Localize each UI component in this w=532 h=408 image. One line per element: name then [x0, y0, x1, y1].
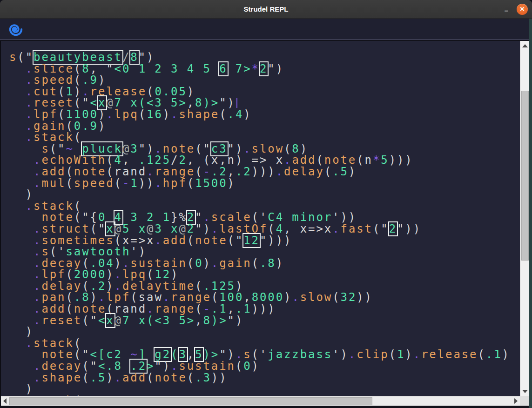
code-line: .echoWith(4, .125/2, (x,n) => x.add(note…: [9, 154, 521, 166]
code-token: (: [147, 371, 155, 384]
code-token: .: [292, 291, 300, 304]
scroll-right-arrow-icon[interactable]: [512, 397, 520, 405]
code-token: note: [195, 234, 227, 247]
code-line: ): [9, 383, 521, 395]
code-token: release: [421, 348, 478, 361]
code-token: "))): [260, 234, 292, 247]
code-token: gain: [219, 257, 251, 270]
code-line: .gain(0.9): [9, 120, 521, 132]
horizontal-scrollbar[interactable]: [1, 396, 520, 406]
code-token: (: [357, 154, 364, 167]
scroll-down-arrow-icon[interactable]: [520, 388, 530, 395]
code-token: 1: [397, 348, 405, 361]
minimize-button[interactable]: –: [501, 4, 512, 15]
code-token: jazzbass: [268, 348, 332, 361]
code-token: .: [171, 108, 179, 121]
code-token: 8)>: [203, 314, 227, 327]
active-token: x: [106, 314, 114, 327]
code-token: 0: [195, 257, 203, 270]
code-line: .decay("<.8 .2>").sustain(0): [9, 361, 521, 372]
code-token: ): [405, 348, 413, 361]
code-token: clip: [357, 348, 389, 361]
code-token: 32: [341, 291, 357, 304]
code-line: .s('sawtooth'): [9, 246, 521, 258]
code-token: (: [139, 108, 147, 121]
code-line: .cut(1).release(0.05): [9, 86, 521, 98]
code-token: )): [211, 371, 228, 384]
code-token: .: [34, 314, 41, 327]
code-line: .add(note(rand.range(-.1,.1))): [9, 303, 521, 315]
code-token: mul: [41, 177, 66, 190]
code-token: .3: [195, 371, 211, 384]
scrollbar-corner: [520, 396, 529, 406]
code-line: .add(note(rand.range(-.2,.2))).delay(.5): [9, 166, 521, 178]
code-token: 5: [381, 154, 389, 167]
code-token: 7>: [228, 62, 252, 75]
code-token: (: [478, 348, 485, 361]
code-token: ): [228, 177, 236, 190]
code-token: x: [147, 234, 155, 247]
close-button[interactable]: ✕: [517, 4, 528, 15]
code-line: .lpf(2000).lpq(12): [9, 269, 521, 281]
code-token: =>: [308, 222, 324, 235]
code-token: add: [122, 371, 147, 384]
titlebar[interactable]: Strudel REPL – ✕: [0, 0, 532, 19]
code-token: .1: [486, 348, 502, 361]
strudel-repl-window: Strudel REPL – ✕ s("beautybeast/8") .sli…: [0, 0, 532, 408]
code-token: n: [365, 154, 373, 167]
window-title: Strudel REPL: [0, 0, 532, 19]
code-token: .2: [236, 165, 252, 178]
code-token: fast: [341, 222, 373, 235]
down-triangle-icon: [522, 390, 528, 393]
vertical-scroll-thumb[interactable]: [521, 91, 529, 261]
code-token: .: [211, 257, 219, 270]
code-token: ): [349, 165, 357, 178]
code-token: (: [252, 257, 260, 270]
code-token: -: [122, 177, 130, 190]
code-token: @: [114, 314, 122, 327]
code-line: .decay(.04).sustain(0).gain(.8): [9, 258, 521, 269]
code-token: note: [155, 371, 187, 384]
code-token: .: [106, 108, 114, 121]
up-triangle-icon: [522, 44, 528, 47]
code-token: reset: [41, 314, 82, 327]
code-token: (: [106, 302, 114, 315]
code-token: (: [332, 291, 340, 304]
code-token: add: [163, 234, 187, 247]
code-token: ))): [252, 165, 276, 178]
code-token: x: [324, 222, 332, 235]
code-line: .mul(speed(-1)).hpf(1500): [9, 178, 521, 189]
vertical-scrollbar[interactable]: [520, 41, 529, 396]
left-triangle-icon: [3, 398, 7, 404]
code-editor[interactable]: s("beautybeast/8") .slice(8, "<0 1 2 3 4…: [1, 41, 521, 396]
code-token: .5: [90, 371, 107, 384]
strudel-logo-spiral-icon[interactable]: [9, 22, 23, 36]
text-cursor: [236, 98, 237, 108]
code-token: slow: [300, 291, 332, 304]
code-token: (: [66, 177, 74, 190]
code-token: .4: [228, 108, 244, 121]
horizontal-scroll-thumb[interactable]: [9, 397, 372, 405]
code-token: ): [243, 108, 251, 121]
scroll-up-arrow-icon[interactable]: [520, 42, 530, 49]
code-token: ))): [389, 154, 413, 167]
code-token: <0 1 2 3 4 5: [114, 62, 220, 75]
code-line: s("beautybeast/8"): [9, 52, 521, 63]
code-token: x: [300, 222, 308, 235]
code-token: *: [252, 62, 260, 75]
right-triangle-icon: [514, 398, 518, 404]
code-token: )): [357, 291, 373, 304]
code-line: s("~ pluck@3").note("c3").slow(8): [9, 143, 521, 155]
code-token: (: [187, 234, 195, 247]
scroll-left-arrow-icon[interactable]: [1, 397, 9, 405]
code-token: ): [98, 120, 106, 133]
code-line: .reset("<x@7 x(<3 5>,8)>"): [9, 97, 521, 109]
code-token: .: [349, 348, 357, 361]
code-token: hpf: [163, 177, 187, 190]
code-token: 1: [130, 177, 138, 190]
active-token: 2: [389, 222, 397, 235]
code-line: .stack(: [9, 338, 521, 349]
code-token: .: [332, 222, 340, 235]
editor-pane: s("beautybeast/8") .slice(8, "<0 1 2 3 4…: [0, 41, 529, 396]
code-token: (: [187, 371, 195, 384]
